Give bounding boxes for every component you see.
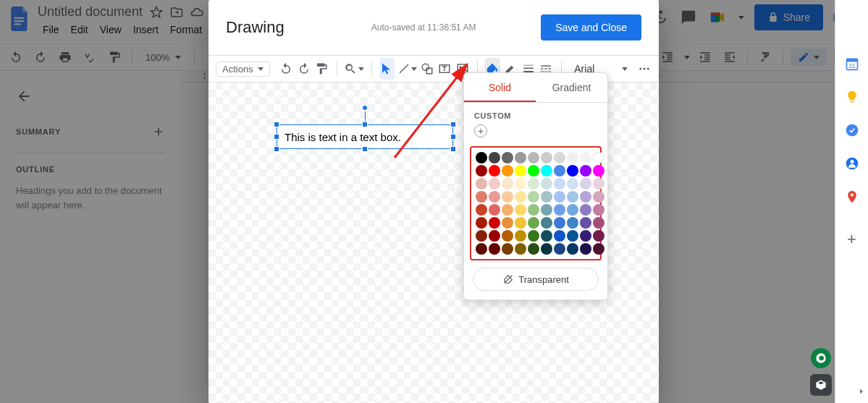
color-swatch[interactable] <box>567 204 578 216</box>
color-swatch[interactable] <box>489 191 500 203</box>
color-swatch[interactable] <box>476 191 487 203</box>
color-swatch[interactable] <box>528 191 539 203</box>
color-swatch[interactable] <box>515 230 526 242</box>
color-swatch[interactable] <box>593 191 604 203</box>
color-swatch[interactable] <box>528 217 539 229</box>
color-swatch[interactable] <box>567 191 578 203</box>
color-swatch[interactable] <box>528 204 539 216</box>
color-swatch[interactable] <box>541 191 552 203</box>
color-swatch[interactable] <box>489 165 500 177</box>
color-swatch[interactable] <box>502 204 513 216</box>
color-swatch[interactable] <box>541 243 552 255</box>
color-swatch[interactable] <box>580 243 591 255</box>
color-swatch[interactable] <box>489 204 500 216</box>
color-swatch[interactable] <box>580 204 591 216</box>
color-swatch[interactable] <box>554 152 565 164</box>
color-swatch[interactable] <box>515 191 526 203</box>
color-swatch[interactable] <box>515 152 526 164</box>
color-swatch[interactable] <box>489 230 500 242</box>
color-swatch[interactable] <box>580 230 591 242</box>
color-swatch[interactable] <box>554 165 565 177</box>
color-swatch[interactable] <box>567 243 578 255</box>
color-swatch[interactable] <box>541 217 552 229</box>
calendar-icon[interactable]: 31 <box>845 56 859 71</box>
color-swatch[interactable] <box>593 243 604 255</box>
shape-tool-icon[interactable] <box>420 58 435 80</box>
actions-menu[interactable]: Actions <box>216 61 270 77</box>
color-swatch[interactable] <box>528 178 539 190</box>
color-swatch[interactable] <box>593 152 604 164</box>
resize-handle[interactable] <box>450 122 456 127</box>
line-tool-icon[interactable] <box>397 58 417 80</box>
color-swatch[interactable] <box>476 243 487 255</box>
color-swatch[interactable] <box>528 165 539 177</box>
tab-gradient[interactable]: Gradient <box>536 73 607 102</box>
resize-handle[interactable] <box>450 146 456 152</box>
redo-icon[interactable] <box>296 58 311 80</box>
resize-handle[interactable] <box>450 134 456 140</box>
color-swatch[interactable] <box>476 165 487 177</box>
color-swatch[interactable] <box>541 165 552 177</box>
text-box[interactable]: This is text in a text box. <box>277 124 453 149</box>
color-swatch[interactable] <box>593 204 604 216</box>
explore-button[interactable] <box>811 348 831 368</box>
color-swatch[interactable] <box>580 152 591 164</box>
select-tool-icon[interactable] <box>379 58 395 80</box>
tasks-icon[interactable] <box>845 123 859 137</box>
color-swatch[interactable] <box>502 243 513 255</box>
keep-icon[interactable] <box>845 90 859 104</box>
color-swatch[interactable] <box>580 178 591 190</box>
color-swatch[interactable] <box>567 165 578 177</box>
color-swatch[interactable] <box>515 204 526 216</box>
undo-icon[interactable] <box>279 58 294 80</box>
color-swatch[interactable] <box>515 217 526 229</box>
color-swatch[interactable] <box>502 165 513 177</box>
color-swatch[interactable] <box>554 230 565 242</box>
color-swatch[interactable] <box>554 217 565 229</box>
color-swatch[interactable] <box>502 178 513 190</box>
color-swatch[interactable] <box>593 178 604 190</box>
color-swatch[interactable] <box>489 217 500 229</box>
color-swatch[interactable] <box>476 152 487 164</box>
color-swatch[interactable] <box>554 178 565 190</box>
color-swatch[interactable] <box>580 191 591 203</box>
color-swatch[interactable] <box>528 230 539 242</box>
color-swatch[interactable] <box>476 230 487 242</box>
tab-solid[interactable]: Solid <box>464 73 536 102</box>
color-swatch[interactable] <box>567 230 578 242</box>
resize-handle[interactable] <box>274 122 279 127</box>
color-swatch[interactable] <box>489 178 500 190</box>
color-swatch[interactable] <box>554 191 565 203</box>
color-swatch[interactable] <box>541 178 552 190</box>
paint-format-icon[interactable] <box>314 58 329 80</box>
feedback-button[interactable] <box>810 374 832 396</box>
color-swatch[interactable] <box>580 165 591 177</box>
color-swatch[interactable] <box>554 204 565 216</box>
color-swatch[interactable] <box>502 217 513 229</box>
color-swatch[interactable] <box>567 152 578 164</box>
resize-handle[interactable] <box>362 146 368 152</box>
color-swatch[interactable] <box>541 230 552 242</box>
color-swatch[interactable] <box>541 204 552 216</box>
color-swatch[interactable] <box>593 217 604 229</box>
color-swatch[interactable] <box>541 152 552 164</box>
color-swatch[interactable] <box>476 217 487 229</box>
color-swatch[interactable] <box>528 152 539 164</box>
color-swatch[interactable] <box>489 243 500 255</box>
rotate-handle[interactable] <box>362 105 368 111</box>
color-swatch[interactable] <box>554 243 565 255</box>
color-swatch[interactable] <box>593 165 604 177</box>
color-swatch[interactable] <box>502 152 513 164</box>
zoom-icon[interactable] <box>344 58 364 80</box>
color-swatch[interactable] <box>476 204 487 216</box>
maps-icon[interactable] <box>845 190 859 204</box>
resize-handle[interactable] <box>274 134 279 140</box>
color-swatch[interactable] <box>502 230 513 242</box>
color-swatch[interactable] <box>580 217 591 229</box>
textbox-tool-icon[interactable] <box>437 58 452 80</box>
resize-handle[interactable] <box>362 122 368 127</box>
show-sidepanel-icon[interactable] <box>856 386 867 399</box>
color-swatch[interactable] <box>528 243 539 255</box>
more-icon[interactable] <box>636 58 652 80</box>
resize-handle[interactable] <box>274 146 279 152</box>
